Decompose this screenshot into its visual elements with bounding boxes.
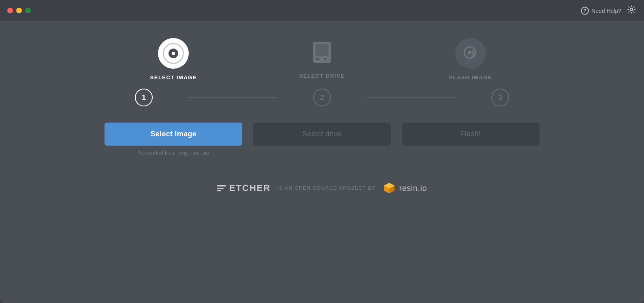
step-1-label: SELECT IMAGE bbox=[150, 74, 197, 81]
step-num-3: 3 bbox=[491, 89, 509, 106]
traffic-lights bbox=[7, 8, 31, 13]
disc-icon bbox=[158, 38, 189, 69]
minimize-button[interactable] bbox=[16, 8, 22, 13]
help-icon: ? bbox=[581, 6, 589, 15]
maximize-button[interactable] bbox=[25, 8, 31, 13]
etcher-lines-icon bbox=[217, 185, 226, 191]
drive-icon bbox=[310, 38, 334, 67]
flash-button[interactable]: Flash! bbox=[402, 123, 540, 146]
step-3-label: FLASH IMAGE bbox=[449, 74, 492, 81]
step-num-2: 2 bbox=[313, 89, 331, 106]
resin-logo: resin.io bbox=[382, 181, 427, 195]
step-flash-image: FLASH IMAGE bbox=[396, 37, 545, 81]
settings-icon[interactable] bbox=[627, 5, 636, 16]
connector-2-3 bbox=[367, 97, 456, 98]
resin-text: resin.io bbox=[399, 184, 427, 193]
svg-rect-2 bbox=[316, 44, 328, 56]
main-content: SELECT IMAGE SELECT DRIVE bbox=[0, 21, 644, 156]
step-1-action: Select image *supported files: .img, .is… bbox=[99, 123, 248, 156]
connector-1-2 bbox=[188, 97, 277, 98]
step-3-icon bbox=[454, 37, 487, 70]
footer: ETCHER IS AN OPEN SOURCE PROJECT BY resi… bbox=[0, 172, 644, 204]
step-num-1: 1 bbox=[135, 89, 153, 106]
step-2-icon bbox=[307, 37, 337, 68]
help-label: Need Help? bbox=[591, 7, 621, 14]
step-2-action: Select drive bbox=[248, 123, 397, 146]
etcher-line-1 bbox=[217, 185, 226, 186]
titlebar: ? Need Help? bbox=[0, 0, 644, 21]
step-select-drive: SELECT DRIVE bbox=[248, 37, 397, 79]
flash-icon bbox=[455, 38, 486, 69]
buttons-row: Select image *supported files: .img, .is… bbox=[99, 123, 545, 156]
close-button[interactable] bbox=[7, 8, 13, 13]
step-2-label: SELECT DRIVE bbox=[299, 73, 345, 79]
step-1-icon bbox=[157, 37, 190, 70]
supported-files-text: *supported files: .img, .iso, .zip bbox=[138, 150, 209, 156]
help-button[interactable]: ? Need Help? bbox=[581, 6, 621, 15]
select-drive-button[interactable]: Select drive bbox=[253, 123, 391, 146]
etcher-logo: ETCHER bbox=[217, 183, 271, 193]
etcher-text: ETCHER bbox=[229, 183, 271, 193]
svg-rect-3 bbox=[316, 58, 320, 60]
resin-cube-icon bbox=[382, 181, 396, 195]
main-window: ? Need Help? bbox=[0, 0, 644, 303]
steps-row: SELECT IMAGE SELECT DRIVE bbox=[99, 37, 545, 81]
svg-point-6 bbox=[468, 51, 471, 54]
footer-tagline: IS AN OPEN SOURCE PROJECT BY bbox=[277, 185, 375, 191]
step-select-image: SELECT IMAGE bbox=[99, 37, 248, 81]
step-3-action: Flash! bbox=[396, 123, 545, 146]
titlebar-right: ? Need Help? bbox=[581, 5, 636, 16]
progress-row: 1 2 3 bbox=[99, 89, 545, 106]
select-image-button[interactable]: Select image bbox=[104, 123, 242, 146]
etcher-line-3 bbox=[217, 190, 221, 191]
svg-point-4 bbox=[324, 58, 326, 60]
etcher-line-2 bbox=[217, 188, 224, 189]
svg-point-0 bbox=[630, 8, 633, 11]
